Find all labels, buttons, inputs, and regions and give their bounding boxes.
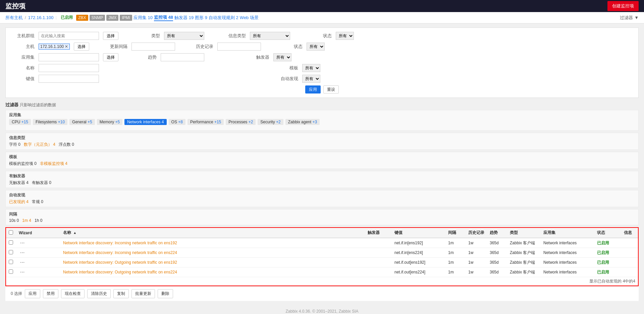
nav-all-hosts[interactable]: 所有主机 — [5, 15, 23, 21]
host-tag-remove[interactable]: ✕ — [65, 44, 68, 49]
bottom-disable-button[interactable]: 禁用 — [43, 289, 58, 298]
row-name-link-2[interactable]: Network interface discovery: Outgoing ne… — [63, 260, 177, 265]
row-action-btn-0[interactable]: ··· — [19, 240, 26, 246]
row-check-3[interactable] — [9, 269, 13, 274]
type-select[interactable]: 所有 — [164, 32, 204, 40]
table-header-row: Wizard 名称 ▲ 触发器 键值 间隔 历史记录 趋势 类型 应用集 状态 … — [6, 228, 638, 238]
th-trend[interactable]: 趋势 — [487, 228, 507, 238]
nav-graph[interactable]: 图形 9 — [195, 15, 207, 21]
nav-trigger[interactable]: 触发器 19 — [174, 15, 194, 21]
host-group-label: 主机群组 — [11, 33, 35, 39]
row-appset-2: Network interfaces — [541, 258, 594, 267]
nav-appset[interactable]: 应用集 10 — [133, 15, 153, 21]
row-appset-1: Network interfaces — [541, 248, 594, 258]
th-interval[interactable]: 间隔 — [445, 228, 466, 238]
th-name[interactable]: 名称 ▲ — [60, 228, 365, 238]
app-tag-cpu[interactable]: CPU +15 — [9, 119, 31, 125]
filter-note-label: 过滤器 — [5, 102, 18, 107]
row-name-link-3[interactable]: Network interface discovery: Outgoing ne… — [63, 270, 177, 274]
app-tag-zabbix-agent[interactable]: Zabbix agent +3 — [285, 119, 320, 125]
trigger-filter-select[interactable]: 所有 — [273, 53, 291, 61]
th-history[interactable]: 历史记录 — [466, 228, 487, 238]
app-tag-memory[interactable]: Memory +5 — [97, 119, 122, 125]
host-select-button[interactable]: 选择 — [74, 43, 89, 51]
appset-input[interactable] — [39, 53, 99, 61]
row-name-link-0[interactable]: Network interface discovery: Incoming ne… — [63, 241, 177, 245]
bottom-delete-button[interactable]: 删除 — [158, 289, 173, 298]
app-tag-os[interactable]: OS +8 — [169, 119, 185, 125]
nav-tag-ipmi[interactable]: IPMI — [120, 15, 132, 21]
app-tag-filesystems[interactable]: Filesystems +10 — [33, 119, 67, 125]
interval-1m[interactable]: 1m 4 — [22, 218, 31, 223]
nav-monitor[interactable]: 监控项 48 — [154, 14, 173, 21]
discovered-count[interactable]: 已发现的 4 — [9, 199, 29, 205]
name-input[interactable] — [39, 64, 99, 72]
appset-select-button[interactable]: 选择 — [103, 53, 118, 61]
status-select[interactable]: 所有 — [336, 32, 354, 40]
row-action-btn-3[interactable]: ··· — [19, 269, 26, 275]
trigger-section-title: 有触发器 — [9, 173, 635, 179]
table-body: ··· Network interface discovery: Incomin… — [6, 238, 638, 277]
app-tag-processes[interactable]: Processes +2 — [226, 119, 256, 125]
th-status[interactable]: 状态 — [594, 228, 621, 238]
host-group-input[interactable] — [39, 32, 99, 40]
th-wizard: Wizard — [16, 228, 60, 238]
row-info-1 — [621, 248, 638, 258]
nav-web[interactable]: Web 场景 — [240, 15, 259, 21]
create-monitor-button[interactable]: 创建监控项 — [607, 1, 639, 11]
bottom-clear-history-button[interactable]: 清除历史 — [87, 289, 111, 298]
bottom-apply-button[interactable]: 应用 — [25, 289, 40, 298]
template-select[interactable]: 所有 — [302, 64, 320, 72]
row-key-1: net.if.in[ens224] — [392, 248, 445, 258]
app-tag-performance[interactable]: Performance +15 — [187, 119, 224, 125]
key-input[interactable] — [39, 75, 99, 83]
select-all-checkbox[interactable] — [9, 230, 13, 235]
row-trigger-0 — [365, 238, 392, 248]
row-action-btn-1[interactable]: ··· — [19, 250, 26, 256]
host-label: 主机 — [11, 44, 35, 50]
th-info[interactable]: 信息 — [621, 228, 638, 238]
row-check-1[interactable] — [9, 250, 13, 254]
status2-select[interactable]: 所有 — [307, 43, 325, 51]
row-check-2[interactable] — [9, 260, 13, 264]
apply-filter-button[interactable]: 应用 — [305, 85, 321, 93]
trend-input[interactable] — [161, 53, 204, 61]
host-group-select-button[interactable]: 选择 — [103, 32, 118, 40]
nav-tag-jmx[interactable]: JMX — [106, 15, 118, 21]
filter-toggle[interactable]: 过滤器 ▼ — [620, 15, 639, 21]
auto-discover-select[interactable]: 所有 — [302, 75, 320, 83]
nav-tag-zbx[interactable]: ZBX — [76, 15, 88, 21]
table-row: ··· Network interface discovery: Incomin… — [6, 248, 638, 258]
nav-tag-snmp[interactable]: SNMP — [90, 15, 105, 21]
history-input[interactable] — [217, 43, 261, 51]
host-tag: 172.16.1.100 ✕ — [39, 44, 70, 50]
reset-filter-button[interactable]: 重设 — [323, 85, 339, 93]
update-interval-input[interactable] — [131, 43, 175, 51]
bottom-check-button[interactable]: 现在检查 — [61, 289, 85, 298]
row-ellipsis-2: ··· — [16, 258, 60, 267]
row-action-btn-2[interactable]: ··· — [19, 259, 26, 265]
key-label: 键值 — [11, 76, 35, 82]
bottom-batch-update-button[interactable]: 批量更新 — [131, 289, 155, 298]
row-check-0[interactable] — [9, 240, 13, 245]
row-name-0: Network interface discovery: Incoming ne… — [60, 238, 365, 248]
interval-section: 间隔 10s 0 1m 4 1h 0 — [5, 209, 639, 225]
app-tag-general[interactable]: General +5 — [69, 119, 95, 125]
th-trigger[interactable]: 触发器 — [365, 228, 392, 238]
th-key[interactable]: 键值 — [392, 228, 445, 238]
nav-ip[interactable]: 172.16.1.100 — [28, 15, 54, 20]
info-type-number[interactable]: 数字（元正负） 4 — [24, 142, 55, 147]
row-name-link-1[interactable]: Network interface discovery: Incoming ne… — [63, 250, 177, 255]
appset-label: 应用集 — [11, 54, 35, 60]
nav-auto-discover[interactable]: 自动发现规则 2 — [209, 15, 238, 21]
non-template-items[interactable]: 非模板监控项 4 — [40, 161, 67, 167]
bottom-copy-button[interactable]: 复制 — [113, 289, 129, 298]
info-type-float: 浮点数 0 — [59, 142, 74, 147]
th-appset[interactable]: 应用集 — [541, 228, 594, 238]
th-type[interactable]: 类型 — [507, 228, 541, 238]
app-tag-security[interactable]: Security +2 — [258, 119, 283, 125]
info-type-select[interactable]: 所有 — [250, 32, 290, 40]
app-tag-network[interactable]: Network interfaces 4 — [124, 119, 166, 125]
type-label: 类型 — [137, 33, 160, 39]
row-trend-3: 365d — [487, 267, 507, 277]
